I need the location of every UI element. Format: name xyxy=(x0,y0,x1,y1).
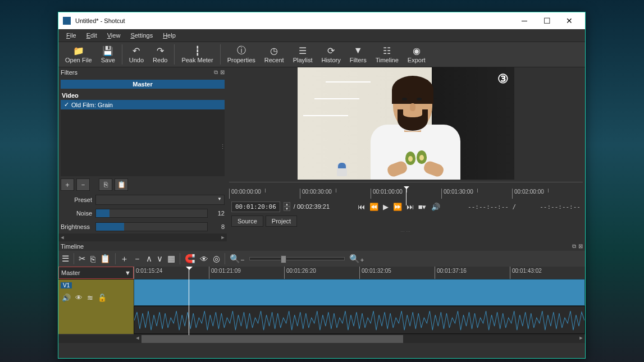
undo-button[interactable]: ↶Undo xyxy=(125,44,148,65)
clock-icon: ◷ xyxy=(270,45,278,56)
cut-button[interactable]: ✂ xyxy=(79,254,86,264)
zoom-out-button[interactable]: 🔍₋ xyxy=(230,254,245,264)
skip-end-button[interactable]: ⏭ xyxy=(407,203,414,211)
filter-hscroll[interactable]: ◄► xyxy=(58,233,227,241)
playlist-button[interactable]: ☰Playlist xyxy=(289,44,317,65)
overwrite-button[interactable]: ▦ xyxy=(167,254,175,264)
play-button[interactable]: ▶ xyxy=(383,203,389,211)
rewind-button[interactable]: ⏪ xyxy=(369,203,378,211)
master-header[interactable]: Master xyxy=(61,80,225,89)
menubar: File Edit View Settings Help xyxy=(58,29,585,42)
timeline-title: Timeline xyxy=(61,243,84,250)
popout-icon[interactable]: ⧉ xyxy=(214,69,218,76)
menu-help[interactable]: Help xyxy=(158,31,180,40)
filter-list[interactable] xyxy=(61,109,225,176)
timeline-master-track[interactable]: Master ▼ xyxy=(58,267,134,279)
volume-button[interactable]: 🔊 xyxy=(431,203,440,211)
copy-button[interactable]: ⎘ xyxy=(90,254,95,264)
brightness-value: 8 xyxy=(211,223,225,230)
add-filter-button[interactable]: ＋ xyxy=(61,178,74,191)
skip-start-button[interactable]: ⏮ xyxy=(358,203,365,211)
remove-button[interactable]: － xyxy=(133,254,141,264)
main-toolbar: 📁Open File 💾Save ↶Undo ↷Redo ┇Peak Meter… xyxy=(58,42,585,67)
save-button[interactable]: 💾Save xyxy=(97,44,120,65)
tab-project[interactable]: Project xyxy=(266,216,297,227)
mt-tick: 00:00:00:00 xyxy=(229,189,300,199)
zoom-slider[interactable] xyxy=(249,257,345,260)
mt-tick: 00:00:30:00 xyxy=(300,189,371,199)
preview-viewport[interactable]: ③ xyxy=(298,67,514,180)
close-button[interactable]: ✕ xyxy=(558,13,581,29)
recent-button[interactable]: ◷Recent xyxy=(260,44,289,65)
save-icon: 💾 xyxy=(102,45,113,56)
remove-filter-button[interactable]: － xyxy=(76,178,90,191)
info-icon: ⓘ xyxy=(237,45,246,56)
paste-filter-button[interactable]: 📋 xyxy=(115,178,128,191)
titlebar[interactable]: Untitled* - Shotcut ─ ☐ ✕ xyxy=(58,12,585,29)
lift-up-button[interactable]: ∧ xyxy=(146,254,152,264)
mt-tick: 00:02:00:00 xyxy=(512,189,583,199)
timeline-close-icon[interactable]: ⊠ xyxy=(578,243,583,250)
history-button[interactable]: ⟳History xyxy=(317,44,345,65)
timeline-hscroll[interactable]: ◄ ► xyxy=(58,335,585,343)
video-clip[interactable] xyxy=(134,279,585,306)
brightness-label: Brightness xyxy=(61,223,92,230)
export-button[interactable]: ◉Export xyxy=(403,44,430,65)
properties-button[interactable]: ⓘProperties xyxy=(223,44,260,65)
timeline-button[interactable]: ☷Timeline xyxy=(371,44,403,65)
filters-panel-title: Filters xyxy=(61,69,77,76)
total-timecode: / 00:02:39:21 xyxy=(294,203,330,210)
maximize-button[interactable]: ☐ xyxy=(536,13,558,29)
lift-down-button[interactable]: ∨ xyxy=(157,254,163,264)
noise-label: Noise xyxy=(61,210,92,217)
mini-timeline[interactable]: 00:00:00:00 00:00:30:00 00:01:00:00 00:0… xyxy=(229,182,583,199)
preset-dropdown[interactable] xyxy=(95,195,225,205)
fast-forward-button[interactable]: ⏩ xyxy=(393,203,402,211)
tab-source[interactable]: Source xyxy=(231,216,263,227)
composite-button[interactable]: ≋ xyxy=(87,294,93,302)
redo-button[interactable]: ↷Redo xyxy=(148,44,172,65)
menu-button[interactable]: ☰ xyxy=(62,254,69,264)
open-file-button[interactable]: 📁Open File xyxy=(61,44,97,65)
funnel-icon[interactable]: ▼ xyxy=(125,269,131,276)
undo-icon: ↶ xyxy=(133,45,140,56)
app-icon xyxy=(63,17,71,25)
timeline-icon: ☷ xyxy=(383,45,391,56)
minimize-button[interactable]: ─ xyxy=(513,13,536,29)
folder-icon: 📁 xyxy=(73,45,84,56)
list-icon: ☰ xyxy=(299,45,307,56)
menu-file[interactable]: File xyxy=(62,31,81,40)
menu-settings[interactable]: Settings xyxy=(126,31,157,40)
current-timecode[interactable]: 00:01:20:06 xyxy=(231,201,280,212)
timeline-ruler[interactable]: 0:01:15:24 00:01:21:09 00:01:26:20 00:01… xyxy=(134,267,585,279)
audio-clip[interactable] xyxy=(134,306,585,334)
filters-panel: Filters ⧉ ⊠ Master Video ✓ Old Film: Gra… xyxy=(58,67,227,241)
zoom-in-button[interactable]: 🔍₊ xyxy=(349,254,364,264)
filters-button[interactable]: ▼Filters xyxy=(345,44,371,65)
track-v1-header[interactable]: V1 xyxy=(58,279,134,291)
stop-button[interactable]: ■▾ xyxy=(418,203,427,211)
mute-button[interactable]: 🔊 xyxy=(62,294,71,302)
preset-label: Preset xyxy=(61,196,92,203)
append-button[interactable]: ＋ xyxy=(120,254,129,264)
snap-button[interactable]: 🧲 xyxy=(185,254,195,264)
paste-button[interactable]: 📋 xyxy=(100,254,111,264)
resize-handle[interactable]: …… xyxy=(229,228,583,233)
timeline-popout-icon[interactable]: ⧉ xyxy=(572,243,576,250)
brightness-slider[interactable] xyxy=(95,222,208,231)
out-timecode: --:--:--:-- xyxy=(540,203,581,210)
mini-playhead[interactable] xyxy=(406,186,407,205)
timeline-playhead[interactable] xyxy=(189,267,189,335)
menu-edit[interactable]: Edit xyxy=(82,31,102,40)
lock-button[interactable]: 🔓 xyxy=(98,294,107,302)
ripple-button[interactable]: ◎ xyxy=(213,254,220,264)
close-panel-icon[interactable]: ⊠ xyxy=(220,69,225,76)
menu-view[interactable]: View xyxy=(103,31,125,40)
noise-slider[interactable] xyxy=(95,209,208,218)
copy-filter-button[interactable]: ⎘ xyxy=(99,178,112,191)
timecode-spinner[interactable]: ▲▼ xyxy=(284,202,290,211)
filter-item-old-film-grain[interactable]: ✓ Old Film: Grain xyxy=(61,100,225,109)
hide-button[interactable]: 👁 xyxy=(75,294,83,302)
peak-meter-button[interactable]: ┇Peak Meter xyxy=(177,44,217,65)
scrub-button[interactable]: 👁 xyxy=(200,254,208,264)
